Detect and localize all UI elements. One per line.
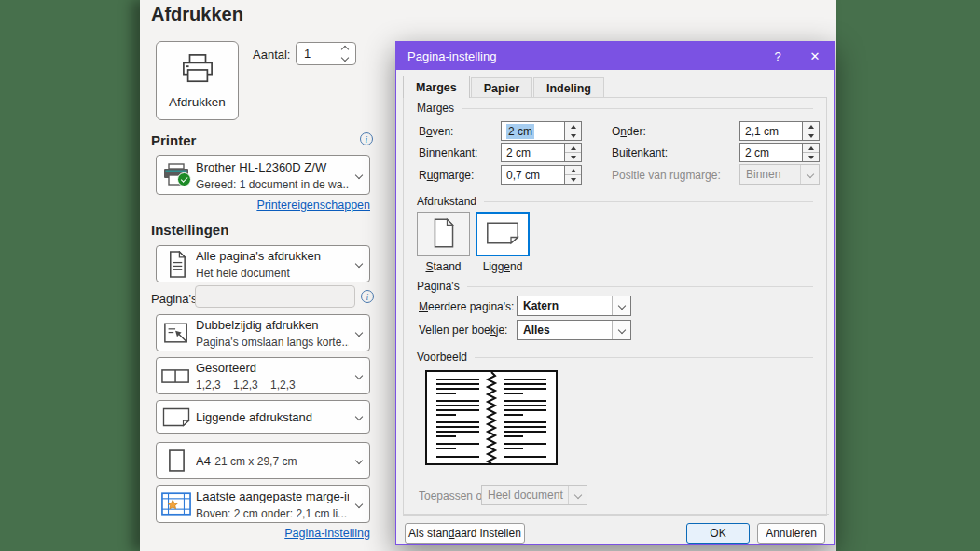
- landscape-page-icon: [486, 221, 519, 248]
- orientation-dropdown[interactable]: Liggende afdrukstand: [156, 400, 370, 434]
- gutter-position-select: Binnen: [739, 164, 820, 185]
- bottom-margin-spinner[interactable]: [803, 121, 820, 141]
- group-label: Marges: [417, 102, 454, 115]
- chevron-down-icon: [800, 165, 819, 184]
- spin-up-icon[interactable]: [803, 144, 819, 152]
- dropdown-subtitle: 1,2,3 1,2,3 1,2,3: [196, 379, 296, 392]
- copies-stepper-arrows[interactable]: [338, 47, 355, 61]
- margins-group-heading: Marges: [417, 102, 813, 115]
- printer-ready-check-icon: [177, 172, 191, 186]
- dropdown-title: Liggende afdrukstand: [196, 410, 312, 424]
- margins-tab-content: Marges Boven: 2 cm Onder: 2,1 cm Binnenk…: [396, 42, 834, 544]
- set-as-default-button[interactable]: Als standaard instellen: [405, 523, 525, 544]
- dropdown-title: Gesorteerd: [196, 361, 256, 375]
- spin-up-icon[interactable]: [565, 166, 581, 174]
- printer-status: Gereed: 1 document in de wa...: [196, 178, 349, 191]
- sheets-per-booklet-label: Vellen per boekje:: [419, 324, 507, 337]
- tab-marges[interactable]: Marges: [403, 76, 470, 98]
- page-setup-link[interactable]: Pagina-instelling: [156, 527, 370, 540]
- cancel-button[interactable]: Annuleren: [757, 523, 825, 544]
- gutter-margin-input[interactable]: 0,7 cm: [501, 165, 565, 185]
- dropdown-title: Alle pagina's afdrukken: [196, 249, 321, 263]
- gutter-margin-label: Rugmarge:: [419, 169, 474, 182]
- collation-dropdown[interactable]: Gesorteerd 1,2,3 1,2,3 1,2,3: [156, 357, 370, 394]
- pages-info-icon[interactable]: i: [361, 290, 374, 303]
- spin-up-icon[interactable]: [565, 122, 581, 131]
- chevron-down-icon: [349, 414, 369, 420]
- printer-icon: [180, 53, 215, 89]
- duplex-dropdown[interactable]: Dubbelzijdig afdrukken Pagina's omslaan …: [156, 314, 370, 351]
- outside-margin-spinner[interactable]: [803, 143, 820, 162]
- inside-margin-value: 2 cm: [506, 146, 531, 159]
- gutter-position-value: Binnen: [740, 168, 800, 181]
- printer-properties-link[interactable]: Printereigenschappen: [156, 199, 370, 212]
- printer-selector[interactable]: Brother HL-L2360D Z/W Gereed: 1 document…: [156, 155, 370, 195]
- printer-section-heading: Printer: [151, 132, 196, 148]
- top-margin-input[interactable]: 2 cm: [501, 121, 565, 141]
- dropdown-subtitle: Pagina's omslaan langs korte...: [196, 336, 349, 349]
- portrait-tile[interactable]: [417, 212, 470, 256]
- landscape-tile[interactable]: [476, 212, 530, 256]
- copies-stepper[interactable]: 1: [296, 42, 356, 65]
- spin-down-icon[interactable]: [565, 152, 581, 161]
- sheets-per-booklet-select[interactable]: Alles: [517, 320, 631, 340]
- printer-info-icon[interactable]: i: [360, 132, 373, 145]
- bottom-margin-input[interactable]: 2,1 cm: [739, 121, 803, 141]
- spin-up-icon[interactable]: [803, 122, 819, 131]
- ok-button[interactable]: OK: [686, 523, 750, 544]
- multiple-pages-value: Katern: [518, 299, 612, 312]
- multiple-pages-label: Meerdere pagina's:: [419, 300, 514, 313]
- inside-margin-label: Binnenkant:: [419, 146, 477, 159]
- chevron-down-icon: [349, 502, 369, 507]
- dropdown-subtitle: Het hele document: [196, 267, 290, 280]
- copies-value: 1: [297, 47, 338, 61]
- inside-margin-input[interactable]: 2 cm: [501, 143, 565, 162]
- landscape-tile-label: Liggend: [476, 260, 530, 273]
- chevron-down-icon: [612, 296, 630, 315]
- inside-margin-spinner[interactable]: [565, 143, 582, 162]
- spin-up-icon[interactable]: [565, 144, 581, 152]
- spin-down-icon[interactable]: [565, 174, 581, 184]
- top-margin-spinner[interactable]: [565, 121, 582, 141]
- printer-device-icon: [157, 163, 196, 186]
- margins-dropdown[interactable]: Laatste aangepaste marge-in... Boven: 2 …: [156, 485, 370, 523]
- all-pages-icon: [157, 251, 196, 278]
- group-label: Pagina's: [417, 280, 460, 293]
- gutter-margin-spinner[interactable]: [565, 165, 582, 185]
- chevron-down-icon: [341, 54, 349, 62]
- gutter-margin-value: 0,7 cm: [506, 169, 540, 182]
- top-margin-label: Boven:: [419, 125, 453, 138]
- chevron-down-icon: [568, 486, 587, 504]
- dropdown-title: Dubbelzijdig afdrukken: [196, 318, 319, 332]
- spin-down-icon[interactable]: [803, 131, 819, 140]
- chevron-up-icon: [341, 46, 349, 53]
- outside-margin-input[interactable]: 2 cm: [739, 143, 803, 162]
- chevron-down-icon: [349, 373, 369, 379]
- preview-group-heading: Voorbeeld: [417, 351, 813, 364]
- duplex-icon: [157, 322, 196, 345]
- copies-label: Aantal:: [253, 48, 290, 62]
- pages-range-label: Pagina's:: [151, 292, 200, 306]
- dropdown-subtitle: 21 cm x 29,7 cm: [214, 455, 297, 468]
- bottom-margin-label: Onder:: [612, 125, 646, 138]
- portrait-page-icon: [157, 448, 196, 473]
- chevron-down-icon: [349, 172, 369, 178]
- outside-margin-value: 2 cm: [745, 146, 769, 159]
- portrait-page-icon: [432, 217, 456, 252]
- print-range-dropdown[interactable]: Alle pagina's afdrukken Het hele documen…: [156, 245, 370, 282]
- button-row-divider: [403, 514, 829, 515]
- landscape-page-icon: [157, 406, 196, 428]
- collated-icon: [157, 367, 196, 385]
- chevron-down-icon: [612, 321, 630, 339]
- spin-down-icon[interactable]: [803, 152, 819, 161]
- dropdown-subtitle: Boven: 2 cm onder: 2,1 cm li...: [196, 507, 347, 520]
- print-button[interactable]: Afdrukken: [156, 41, 239, 120]
- print-button-label: Afdrukken: [169, 95, 226, 109]
- spin-down-icon[interactable]: [565, 131, 581, 140]
- apply-to-value: Heel document: [482, 489, 568, 502]
- multiple-pages-select[interactable]: Katern: [517, 296, 631, 316]
- paper-size-dropdown[interactable]: A4 21 cm x 29,7 cm: [156, 442, 370, 479]
- pages-range-input[interactable]: [195, 285, 355, 308]
- gutter-position-label: Positie van rugmarge:: [612, 169, 721, 182]
- orientation-group-heading: Afdrukstand: [417, 195, 813, 208]
